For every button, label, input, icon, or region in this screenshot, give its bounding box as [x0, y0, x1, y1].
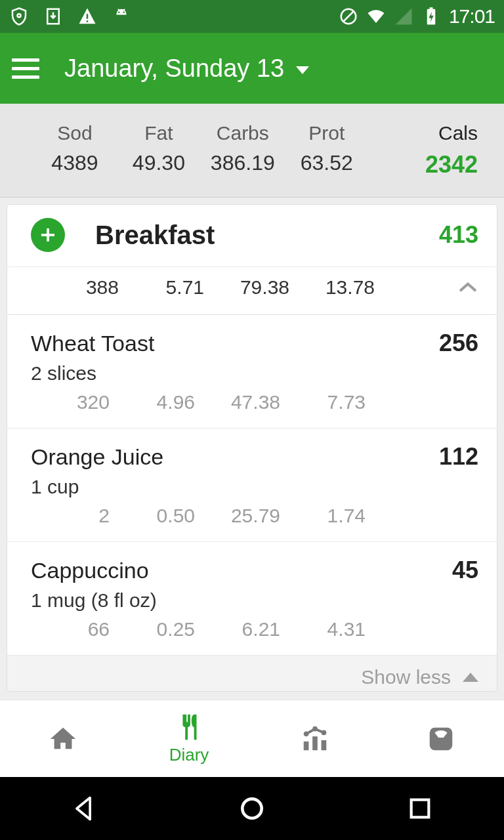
svg-point-5 [123, 12, 125, 14]
chevron-up-icon [457, 276, 478, 298]
food-cals: 45 [452, 556, 478, 584]
no-sim-icon [339, 7, 358, 26]
dropdown-icon [296, 66, 309, 74]
tab-diary-label: Diary [169, 745, 209, 765]
show-less-label: Show less [361, 666, 451, 688]
food-cals: 256 [439, 329, 478, 357]
meal-subtotals-row[interactable]: 388 5.71 79.38 13.78 [7, 266, 497, 315]
food-carbs: 25.79 [195, 505, 280, 527]
food-qty: 1 mug (8 fl oz) [31, 589, 478, 612]
svg-rect-16 [322, 740, 327, 749]
bottom-tab-bar: Diary [0, 700, 504, 777]
meal-name: Breakfast [95, 220, 215, 250]
totals-header-sod: Sod [33, 122, 117, 144]
tab-stats[interactable] [252, 700, 378, 777]
food-item[interactable]: Wheat Toast 256 2 slices 320 4.96 47.38 … [7, 315, 497, 429]
food-carbs: 47.38 [195, 391, 280, 413]
download-icon [43, 7, 63, 26]
android-icon [112, 7, 131, 26]
totals-value-carbs: 386.19 [201, 151, 285, 175]
svg-rect-14 [304, 741, 309, 749]
app-bar: January, Sunday 13 [0, 33, 504, 104]
meal-header: Breakfast 413 [7, 205, 497, 266]
food-prot: 1.74 [280, 505, 366, 527]
totals-header-fat: Fat [117, 122, 201, 144]
tab-scale[interactable] [378, 700, 504, 777]
food-sod: 66 [31, 618, 110, 640]
food-name: Orange Juice [31, 444, 163, 470]
food-cals: 112 [439, 443, 478, 471]
tab-home[interactable] [0, 700, 126, 777]
totals-value-fat: 49.30 [117, 151, 201, 175]
triangle-up-icon [463, 673, 478, 682]
svg-point-0 [18, 14, 21, 17]
food-sod: 320 [31, 391, 110, 413]
food-fat: 0.25 [110, 618, 195, 640]
date-title: January, Sunday 13 [64, 54, 284, 83]
show-less-row[interactable]: Show less [7, 656, 497, 691]
status-bar: 17:01 [0, 0, 504, 33]
food-carbs: 6.21 [195, 618, 280, 640]
shield-icon [9, 7, 29, 26]
nav-back-button[interactable] [64, 789, 104, 828]
svg-rect-15 [312, 736, 318, 750]
food-fat: 4.96 [110, 391, 195, 413]
totals-value-sod: 4389 [33, 151, 117, 175]
meal-calories: 413 [439, 221, 478, 249]
signal-icon [394, 7, 413, 26]
food-item[interactable]: Orange Juice 112 1 cup 2 0.50 25.79 1.74 [7, 429, 497, 542]
food-qty: 1 cup [31, 476, 478, 498]
food-prot: 7.73 [280, 391, 366, 413]
totals-value-cals: 2342 [369, 151, 478, 178]
battery-icon [421, 7, 441, 26]
food-item[interactable]: Cappuccino 45 1 mug (8 fl oz) 66 0.25 6.… [7, 542, 497, 656]
food-sod: 2 [31, 505, 110, 527]
svg-point-4 [118, 12, 120, 14]
totals-header-carbs: Carbs [201, 122, 285, 144]
meal-sub-carbs: 79.38 [204, 276, 289, 299]
meal-sub-prot: 13.78 [289, 276, 375, 299]
totals-header-prot: Prot [285, 122, 369, 144]
meal-sub-sod: 388 [40, 276, 119, 299]
svg-point-21 [242, 799, 261, 818]
nav-home-button[interactable] [232, 789, 272, 828]
totals-header-cals: Cals [369, 122, 478, 144]
date-selector[interactable]: January, Sunday 13 [64, 54, 309, 83]
svg-rect-22 [411, 800, 429, 818]
warning-icon [77, 7, 97, 26]
food-qty: 2 slices [31, 362, 478, 385]
food-name: Wheat Toast [31, 331, 154, 356]
meal-card: Breakfast 413 388 5.71 79.38 13.78 Wheat… [7, 204, 497, 692]
android-nav-bar [0, 777, 504, 840]
food-fat: 0.50 [110, 505, 195, 527]
wifi-icon [366, 7, 386, 26]
status-time: 17:01 [449, 5, 495, 28]
svg-rect-2 [87, 14, 89, 19]
svg-rect-11 [429, 7, 432, 9]
menu-button[interactable] [12, 52, 43, 84]
add-food-button[interactable] [31, 218, 65, 252]
food-prot: 4.31 [280, 618, 366, 640]
daily-totals: Sod 4389 Fat 49.30 Carbs 386.19 Prot 63.… [0, 104, 504, 198]
tab-diary[interactable]: Diary [126, 700, 252, 777]
meal-sub-fat: 5.71 [119, 276, 204, 299]
food-name: Cappuccino [31, 558, 149, 583]
svg-rect-3 [87, 20, 89, 22]
svg-line-9 [343, 12, 353, 22]
nav-recents-button[interactable] [400, 789, 440, 828]
totals-value-prot: 63.52 [285, 151, 369, 175]
